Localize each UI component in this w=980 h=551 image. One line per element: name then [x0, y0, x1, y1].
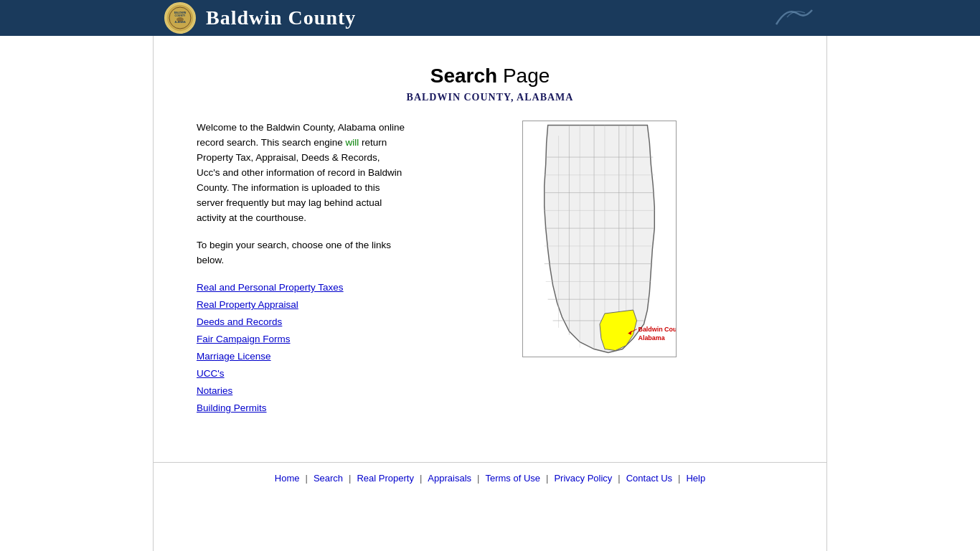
footer-links: Home|Search|Real Property|Appraisals|Ter…: [154, 473, 826, 484]
svg-text:COUNTY: COUNTY: [175, 14, 186, 17]
page-title-rest: Page: [497, 65, 550, 87]
county-seal: BALDWIN COUNTY ALABAMA: [164, 2, 196, 34]
footer-privacy[interactable]: Privacy Policy: [550, 473, 616, 484]
link-deeds[interactable]: Deeds and Records: [197, 316, 282, 327]
right-column: Baldwin County, Alabama: [419, 121, 783, 359]
footer-help[interactable]: Help: [682, 473, 710, 484]
footer-terms[interactable]: Terms of Use: [481, 473, 545, 484]
page-title-bold: Search: [430, 65, 497, 87]
footer-home[interactable]: Home: [270, 473, 304, 484]
list-item: Marriage License: [197, 350, 405, 362]
navigation-links: Real and Personal Property TaxesReal Pro…: [197, 281, 405, 413]
footer-separator: |: [304, 473, 309, 484]
content-area: Search Page BALDWIN COUNTY, ALABAMA Welc…: [154, 36, 826, 433]
page-subtitle: BALDWIN COUNTY, ALABAMA: [197, 92, 783, 103]
alabama-map: Baldwin County, Alabama: [522, 121, 677, 357]
begin-paragraph: To begin your search, choose one of the …: [197, 238, 405, 268]
welcome-text-end: return Property Tax, Appraisal, Deeds & …: [197, 137, 402, 223]
header-bird-icon: [773, 3, 816, 34]
footer-appraisals[interactable]: Appraisals: [423, 473, 476, 484]
header: BALDWIN COUNTY ALABAMA Baldwin County: [0, 0, 980, 36]
footer-separator: |: [545, 473, 550, 484]
list-item: Deeds and Records: [197, 316, 405, 327]
list-item: Real and Personal Property Taxes: [197, 281, 405, 293]
main-container: Search Page BALDWIN COUNTY, ALABAMA Welc…: [153, 36, 827, 551]
main-layout: Welcome to the Baldwin County, Alabama o…: [197, 121, 783, 419]
svg-text:Baldwin County,: Baldwin County,: [638, 326, 677, 333]
header-title: Baldwin County: [206, 6, 356, 29]
footer-separator: |: [677, 473, 682, 484]
list-item: Building Permits: [197, 402, 405, 413]
link-marriage[interactable]: Marriage License: [197, 351, 271, 362]
link-property-taxes[interactable]: Real and Personal Property Taxes: [197, 282, 344, 293]
link-campaign[interactable]: Fair Campaign Forms: [197, 334, 291, 344]
svg-marker-25: [600, 310, 637, 350]
svg-marker-6: [545, 125, 655, 352]
link-permits[interactable]: Building Permits: [197, 402, 267, 413]
footer-separator: |: [476, 473, 481, 484]
page-title-section: Search Page: [197, 65, 783, 88]
list-item: Notaries: [197, 385, 405, 396]
page-title: Search Page: [197, 65, 783, 88]
map-container: Baldwin County, Alabama: [522, 121, 680, 359]
welcome-highlight: will: [346, 137, 359, 148]
svg-text:Alabama: Alabama: [638, 334, 665, 342]
svg-point-5: [176, 17, 184, 22]
link-notaries[interactable]: Notaries: [197, 385, 232, 396]
footer-separator: |: [418, 473, 423, 484]
list-item: Real Property Appraisal: [197, 298, 405, 310]
link-ucc[interactable]: UCC's: [197, 368, 225, 379]
footer-contact[interactable]: Contact Us: [622, 473, 677, 484]
footer-search[interactable]: Search: [309, 473, 347, 484]
welcome-paragraph: Welcome to the Baldwin County, Alabama o…: [197, 121, 405, 225]
left-column: Welcome to the Baldwin County, Alabama o…: [197, 121, 405, 419]
list-item: UCC's: [197, 367, 405, 379]
link-appraisal[interactable]: Real Property Appraisal: [197, 299, 298, 310]
footer-real-property[interactable]: Real Property: [352, 473, 418, 484]
footer-separator: |: [347, 473, 352, 484]
footer-separator: |: [616, 473, 621, 484]
list-item: Fair Campaign Forms: [197, 333, 405, 344]
footer: Home|Search|Real Property|Appraisals|Ter…: [154, 462, 826, 494]
